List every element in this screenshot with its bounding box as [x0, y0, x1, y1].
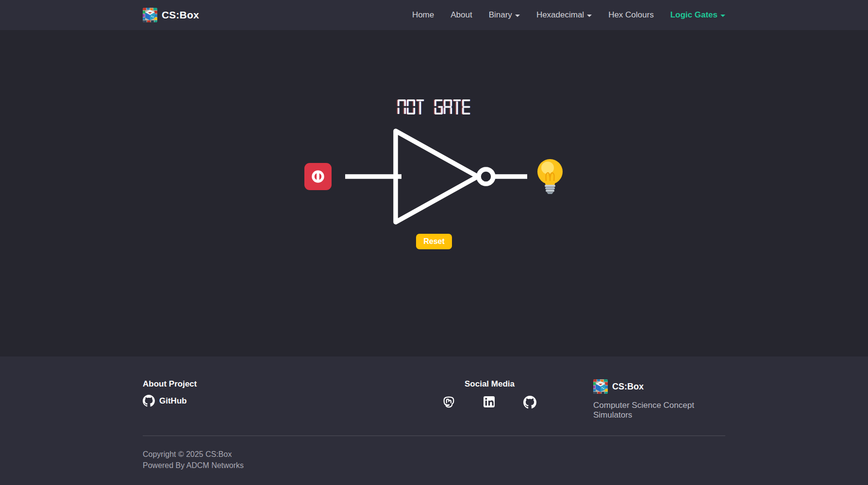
- navbar: CS:Box Home About Binary Hexadecimal Hex…: [0, 0, 868, 30]
- chevron-down-icon: [720, 15, 725, 17]
- nav-label: Binary: [489, 10, 512, 20]
- light-bulb-icon: [536, 159, 564, 194]
- nav-label: Hexadecimal: [536, 10, 584, 20]
- copyright-text: Copyright © 2025 CS:Box: [143, 449, 725, 460]
- input-toggle-button[interactable]: [304, 163, 332, 190]
- nav-label: Hex Colours: [608, 10, 654, 20]
- nav-item-binary[interactable]: Binary: [489, 10, 520, 20]
- gate-diagram-row: [304, 118, 564, 235]
- brand-link[interactable]: CS:Box: [143, 8, 199, 22]
- footer-brand-column: CS:Box Computer Science Concept Simulato…: [593, 379, 725, 420]
- nav-item-about[interactable]: About: [451, 10, 472, 20]
- nav-label: Home: [412, 10, 434, 20]
- nav-item-logic-gates[interactable]: Logic Gates: [670, 10, 725, 20]
- linkedin-icon: [483, 396, 495, 408]
- chevron-down-icon: [587, 15, 592, 17]
- gate-title: [398, 99, 470, 114]
- footer-divider: [143, 436, 725, 436]
- linkedin-link[interactable]: [483, 396, 495, 411]
- brand-name: CS:Box: [162, 9, 199, 21]
- nav-label: Logic Gates: [670, 10, 718, 20]
- footer-social-column: Social Media: [440, 379, 539, 411]
- powered-by-text: Powered By ADCM Networks: [143, 460, 725, 471]
- footer-brand-name: CS:Box: [612, 382, 644, 392]
- csbox-logo-icon: [593, 379, 608, 394]
- github-link[interactable]: GitHub: [143, 395, 197, 407]
- github-social-link[interactable]: [523, 396, 536, 411]
- nav-item-hex-colours[interactable]: Hex Colours: [608, 10, 654, 20]
- github-link-label: GitHub: [159, 396, 187, 406]
- footer-about-column: About Project GitHub: [143, 379, 197, 407]
- mastodon-icon: [443, 396, 455, 408]
- mastodon-link[interactable]: [443, 396, 455, 411]
- github-icon: [143, 395, 155, 407]
- not-gate-simulator: Reset: [0, 30, 868, 249]
- footer: About Project GitHub Social Media: [0, 356, 868, 485]
- footer-tagline: Computer Science Concept Simulators: [593, 401, 725, 420]
- nav-item-home[interactable]: Home: [412, 10, 434, 20]
- chevron-down-icon: [515, 15, 520, 17]
- nav-menu: Home About Binary Hexadecimal Hex Colour…: [412, 10, 725, 20]
- main-content: Reset: [0, 30, 868, 356]
- reset-button[interactable]: Reset: [416, 234, 452, 249]
- social-media-heading: Social Media: [440, 379, 539, 389]
- nav-label: About: [451, 10, 472, 20]
- csbox-logo-icon: [143, 8, 157, 22]
- not-gate-schematic: [345, 118, 527, 235]
- power-off-icon: [310, 169, 326, 184]
- about-project-heading: About Project: [143, 379, 197, 389]
- nav-item-hexadecimal[interactable]: Hexadecimal: [536, 10, 592, 20]
- github-icon: [523, 396, 536, 409]
